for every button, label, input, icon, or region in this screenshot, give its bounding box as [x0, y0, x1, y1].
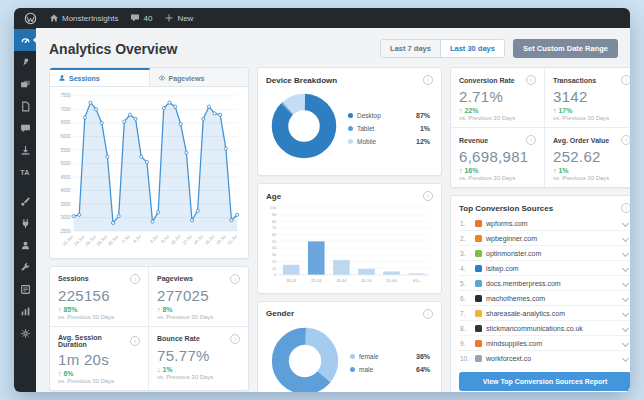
wordpress-admin-window: MonsterInsights 40 New TA Analytics Over… [14, 8, 630, 392]
info-icon[interactable]: i [621, 135, 630, 145]
legend-item: Mobile12% [348, 138, 430, 145]
chevron-down-icon[interactable] [622, 339, 629, 346]
info-icon[interactable]: i [423, 75, 433, 85]
view-report-button[interactable]: View Top Conversion Sources Report [459, 372, 630, 391]
svg-text:28 Jun: 28 Jun [95, 234, 108, 247]
svg-text:16 Jul: 16 Jul [204, 234, 216, 246]
conversion-source-row[interactable]: 10.workforcext.co [459, 351, 630, 365]
stat-compare-label: vs. Previous 30 Days [157, 314, 240, 320]
sidebar-item-media[interactable] [14, 73, 36, 95]
svg-text:30 Jun: 30 Jun [107, 234, 120, 247]
conversion-source-row[interactable]: 9.mindsupplies.com [459, 336, 630, 351]
media-icon [20, 79, 31, 90]
stat-value: 252.62 [553, 148, 630, 165]
stat-value: 75.77% [157, 347, 240, 364]
info-icon[interactable]: i [621, 203, 630, 213]
chevron-down-icon[interactable] [622, 294, 629, 301]
chevron-down-icon[interactable] [622, 219, 629, 226]
stat-compare-label: vs. Previous 30 Days [459, 115, 536, 121]
comment-bubble-icon [130, 13, 140, 23]
sidebar-item-chart[interactable] [14, 300, 36, 322]
favicon-icon [475, 220, 482, 227]
sidebar-item-gauge[interactable] [14, 29, 36, 51]
stat-card-pageviews: Pageviewsi277025↑ 8%vs. Previous 30 Days [149, 267, 248, 327]
info-icon[interactable]: i [526, 75, 536, 85]
new-content-link[interactable]: New [164, 13, 193, 23]
svg-text:0: 0 [274, 273, 276, 277]
legend-label: Mobile [357, 138, 376, 145]
chevron-down-icon[interactable] [622, 234, 629, 241]
conversion-source-row[interactable]: 6.machothemes.com [459, 291, 630, 306]
legend-value: 1% [420, 125, 430, 132]
conversion-source-row[interactable]: 2.wpbeginner.com [459, 231, 630, 246]
source-rank: 8. [460, 325, 471, 332]
legend-item: male64% [350, 366, 430, 373]
legend-dot [350, 367, 355, 372]
legend-dot [348, 113, 353, 118]
wordpress-logo-icon[interactable] [24, 12, 37, 25]
comments-link[interactable]: 40 [130, 13, 152, 23]
comments-count: 40 [143, 14, 152, 23]
age-panel: Age i 010203040506070809010018-2425-3435… [257, 183, 442, 294]
legend-value: 87% [416, 112, 430, 119]
range-button-last-30-days[interactable]: Last 30 days [440, 40, 504, 57]
svg-text:14 Jul: 14 Jul [192, 234, 204, 246]
chevron-down-icon[interactable] [622, 264, 629, 271]
sidebar-item-plug[interactable] [14, 212, 36, 234]
info-icon[interactable]: i [423, 191, 433, 201]
conversion-source-row[interactable]: 5.docs.memberpress.com [459, 276, 630, 291]
user-icon [58, 74, 66, 82]
site-name: MonsterInsights [62, 14, 118, 23]
info-icon[interactable]: i [230, 274, 240, 284]
chevron-down-icon[interactable] [622, 354, 629, 361]
site-home-link[interactable]: MonsterInsights [49, 13, 118, 23]
svg-text:4 Jul: 4 Jul [132, 234, 142, 244]
svg-text:55-64: 55-64 [386, 278, 397, 283]
sidebar-item-pin[interactable] [14, 51, 36, 73]
svg-text:70: 70 [272, 226, 276, 230]
sidebar-item-ta[interactable]: TA [14, 161, 36, 183]
source-rank: 4. [460, 265, 471, 272]
conversion-source-row[interactable]: 7.shareasale-analytics.com [459, 306, 630, 321]
info-icon[interactable]: i [130, 336, 140, 346]
info-icon[interactable]: i [130, 274, 140, 284]
source-domain: stickmancommunications.co.uk [486, 325, 583, 332]
top-conversion-sources-panel: Top Conversion Sources i 1.wpforms.com2.… [450, 195, 630, 392]
info-icon[interactable]: i [423, 309, 433, 319]
conversion-source-row[interactable]: 8.stickmancommunications.co.uk [459, 321, 630, 336]
gear-icon [20, 328, 31, 339]
stat-card-conversion-rate: Conversion Ratei2.71%↑ 22%vs. Previous 3… [451, 68, 545, 128]
range-button-last-7-days[interactable]: Last 7 days [381, 40, 440, 57]
sidebar-item-pages[interactable] [14, 95, 36, 117]
info-icon[interactable]: i [526, 135, 536, 145]
tab-sessions[interactable]: Sessions [50, 68, 150, 86]
sidebar-item-users[interactable] [14, 234, 36, 256]
sidebar-item-comments[interactable] [14, 117, 36, 139]
wp-admin-sidebar: TA [14, 28, 36, 392]
conversion-source-row[interactable]: 1.wpforms.com [459, 216, 630, 231]
tab-pageviews[interactable]: Pageviews [150, 68, 249, 86]
sidebar-item-wrench[interactable] [14, 256, 36, 278]
chevron-down-icon[interactable] [622, 249, 629, 256]
stat-value: 6,698,981 [459, 148, 536, 165]
info-icon[interactable]: i [230, 334, 240, 344]
svg-text:6 Jul: 6 Jul [149, 234, 159, 244]
stat-title: Sessions [58, 275, 89, 282]
chevron-down-icon[interactable] [622, 309, 629, 316]
conversion-source-row[interactable]: 4.isitwp.com [459, 261, 630, 276]
sidebar-item-gear[interactable] [14, 322, 36, 344]
stat-title: Avg. Order Value [553, 137, 609, 144]
wp-admin-bar: MonsterInsights 40 New [14, 8, 630, 28]
info-icon[interactable]: i [621, 75, 630, 85]
plug-icon [20, 218, 31, 229]
svg-text:3500: 3500 [61, 202, 72, 207]
home-icon [49, 13, 59, 23]
favicon-icon [475, 250, 482, 257]
sidebar-item-grid[interactable] [14, 278, 36, 300]
sidebar-item-download[interactable] [14, 139, 36, 161]
set-custom-date-range-button[interactable]: Set Custom Date Range [513, 39, 618, 58]
chevron-down-icon[interactable] [622, 279, 629, 286]
sidebar-item-brush[interactable] [14, 190, 36, 212]
chevron-down-icon[interactable] [622, 324, 629, 331]
conversion-source-row[interactable]: 3.optinmonster.com [459, 246, 630, 261]
